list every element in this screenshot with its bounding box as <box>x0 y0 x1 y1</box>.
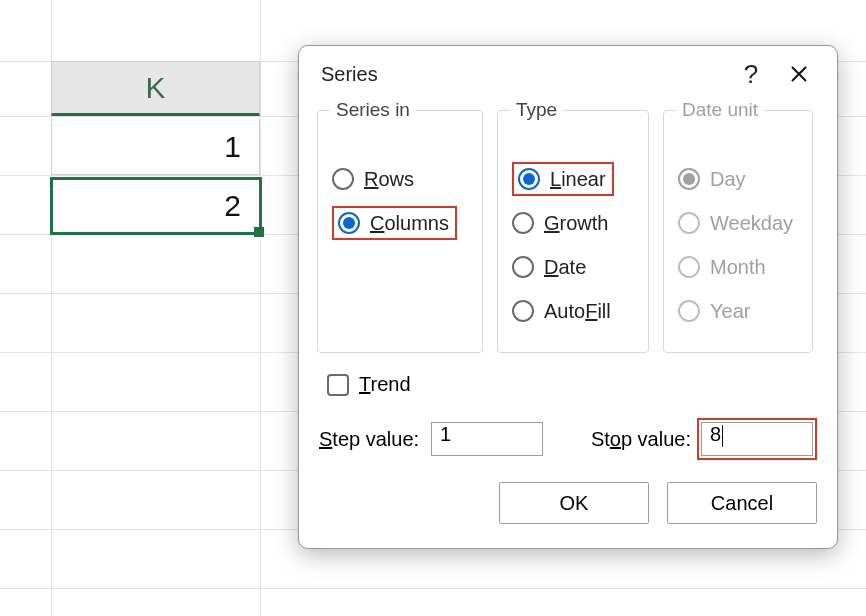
help-button[interactable]: ? <box>731 54 771 94</box>
radio-weekday: Weekday <box>678 201 798 245</box>
radio-icon <box>512 256 534 278</box>
step-value-input[interactable]: 1 <box>431 422 543 456</box>
radio-icon <box>512 212 534 234</box>
radio-icon <box>678 256 700 278</box>
stop-value-label: Stop value: <box>591 428 691 451</box>
active-cell-k2[interactable]: 2 <box>50 177 262 235</box>
fill-handle[interactable] <box>254 227 264 237</box>
radio-month: Month <box>678 245 798 289</box>
radio-icon <box>338 212 360 234</box>
help-icon: ? <box>744 59 758 90</box>
dialog-title: Series <box>321 63 723 86</box>
step-value-label: Step value: <box>319 428 419 451</box>
radio-autofill[interactable]: AutoFill <box>512 289 634 333</box>
radio-linear[interactable]: Linear <box>512 157 634 201</box>
series-dialog: Series ? Series in Rows Columns Type <box>298 45 838 549</box>
close-button[interactable] <box>779 54 819 94</box>
group-series-in: Series in Rows Columns <box>317 110 483 353</box>
radio-icon <box>332 168 354 190</box>
ok-button[interactable]: OK <box>499 482 649 524</box>
group-label-date-unit: Date unit <box>676 99 764 121</box>
column-header-k[interactable]: K <box>51 61 260 116</box>
radio-year: Year <box>678 289 798 333</box>
radio-date[interactable]: Date <box>512 245 634 289</box>
cell-k1[interactable]: 1 <box>51 119 260 175</box>
group-type: Type Linear Growth Date AutoFill <box>497 110 649 353</box>
group-label-type: Type <box>510 99 563 121</box>
group-label-series-in: Series in <box>330 99 416 121</box>
radio-icon <box>678 168 700 190</box>
group-date-unit: Date unit Day Weekday Month Year <box>663 110 813 353</box>
radio-day: Day <box>678 157 798 201</box>
stop-value-input[interactable]: 8 <box>701 422 813 456</box>
radio-columns[interactable]: Columns <box>332 201 468 245</box>
radio-icon <box>678 300 700 322</box>
close-icon <box>790 65 808 83</box>
radio-icon <box>512 300 534 322</box>
trend-label: Trend <box>359 373 411 396</box>
radio-icon <box>518 168 540 190</box>
radio-growth[interactable]: Growth <box>512 201 634 245</box>
trend-checkbox[interactable] <box>327 374 349 396</box>
radio-rows[interactable]: Rows <box>332 157 468 201</box>
cancel-button[interactable]: Cancel <box>667 482 817 524</box>
radio-icon <box>678 212 700 234</box>
